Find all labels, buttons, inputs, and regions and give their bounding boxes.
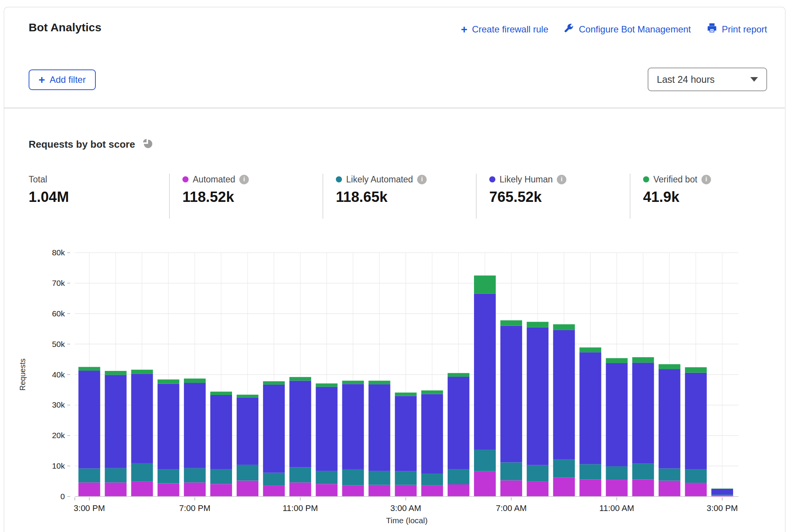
bar-segment-automated[interactable] xyxy=(632,479,654,497)
bar-segment-automated[interactable] xyxy=(210,484,232,497)
bar-segment-automated[interactable] xyxy=(659,481,680,497)
bar-segment-likely-human[interactable] xyxy=(395,396,417,471)
bar-segment-likely-human[interactable] xyxy=(421,394,443,474)
bar-segment-automated[interactable] xyxy=(158,484,179,497)
bar-segment-likely-automated[interactable] xyxy=(448,469,469,484)
bar-segment-automated[interactable] xyxy=(184,482,206,497)
bar-segment-verified-bot[interactable] xyxy=(579,347,601,352)
bar-segment-verified-bot[interactable] xyxy=(289,377,311,381)
bar-segment-likely-human[interactable] xyxy=(237,397,258,465)
print-report-link[interactable]: Print report xyxy=(707,23,767,35)
bar-segment-verified-bot[interactable] xyxy=(553,324,575,330)
bar-segment-likely-human[interactable] xyxy=(685,373,707,469)
bar-segment-automated[interactable] xyxy=(421,485,443,497)
bar-segment-likely-human[interactable] xyxy=(79,371,100,468)
info-icon[interactable]: i xyxy=(417,175,427,184)
bar-segment-automated[interactable] xyxy=(606,480,628,497)
bar-segment-automated[interactable] xyxy=(395,485,417,497)
bar-segment-likely-automated[interactable] xyxy=(105,468,127,483)
bar-segment-verified-bot[interactable] xyxy=(659,364,680,369)
bar-segment-likely-automated[interactable] xyxy=(237,465,258,481)
bar-segment-likely-human[interactable] xyxy=(131,374,153,463)
bar-segment-likely-automated[interactable] xyxy=(131,463,153,482)
bar-segment-likely-human[interactable] xyxy=(342,384,364,469)
bar-segment-likely-automated[interactable] xyxy=(421,474,443,485)
bar-segment-verified-bot[interactable] xyxy=(474,276,496,294)
bar-segment-likely-automated[interactable] xyxy=(184,468,206,483)
bar-segment-verified-bot[interactable] xyxy=(184,379,206,383)
bar-segment-likely-automated[interactable] xyxy=(342,469,364,485)
bar-segment-verified-bot[interactable] xyxy=(316,384,337,387)
bar-segment-verified-bot[interactable] xyxy=(448,373,469,377)
bar-segment-likely-automated[interactable] xyxy=(500,463,522,480)
bar-segment-likely-human[interactable] xyxy=(474,294,496,450)
bar-segment-likely-human[interactable] xyxy=(210,395,232,469)
bar-segment-verified-bot[interactable] xyxy=(632,357,654,363)
bar-segment-verified-bot[interactable] xyxy=(606,358,628,363)
bar-segment-likely-automated[interactable] xyxy=(316,471,337,484)
create-firewall-rule-link[interactable]: + Create firewall rule xyxy=(461,24,548,35)
bar-segment-automated[interactable] xyxy=(131,482,153,497)
bar-segment-verified-bot[interactable] xyxy=(395,393,417,396)
bar-segment-verified-bot[interactable] xyxy=(500,320,522,326)
bar-segment-automated[interactable] xyxy=(79,482,100,497)
bar-segment-likely-automated[interactable] xyxy=(632,464,654,480)
bar-segment-likely-human[interactable] xyxy=(579,352,601,464)
bar-segment-likely-automated[interactable] xyxy=(210,469,232,484)
info-icon[interactable]: i xyxy=(701,175,711,184)
bar-segment-automated[interactable] xyxy=(316,484,337,497)
bar-segment-verified-bot[interactable] xyxy=(210,392,232,395)
bar-segment-likely-human[interactable] xyxy=(448,377,469,469)
bar-segment-automated[interactable] xyxy=(263,485,285,497)
bar-segment-likely-automated[interactable] xyxy=(711,495,733,495)
bar-segment-verified-bot[interactable] xyxy=(79,367,100,371)
bar-segment-likely-automated[interactable] xyxy=(158,469,179,484)
bar-segment-automated[interactable] xyxy=(579,479,601,497)
bar-segment-likely-automated[interactable] xyxy=(553,459,575,477)
bar-segment-automated[interactable] xyxy=(237,481,258,497)
add-filter-button[interactable]: + Add filter xyxy=(29,69,96,90)
bar-segment-verified-bot[interactable] xyxy=(369,381,390,385)
bar-segment-verified-bot[interactable] xyxy=(685,367,707,372)
bar-segment-automated[interactable] xyxy=(105,482,127,497)
bar-segment-likely-human[interactable] xyxy=(553,330,575,460)
bar-segment-automated[interactable] xyxy=(553,478,575,497)
bar-segment-likely-automated[interactable] xyxy=(527,465,548,482)
bar-segment-verified-bot[interactable] xyxy=(527,322,548,327)
bar-segment-verified-bot[interactable] xyxy=(237,395,258,397)
bar-segment-verified-bot[interactable] xyxy=(263,381,285,385)
bar-segment-automated[interactable] xyxy=(685,483,707,497)
time-range-select[interactable]: Last 24 hours xyxy=(648,68,767,91)
info-icon[interactable]: i xyxy=(557,175,566,184)
bar-segment-likely-automated[interactable] xyxy=(369,471,390,485)
bar-segment-automated[interactable] xyxy=(448,484,469,497)
bar-segment-automated[interactable] xyxy=(289,482,311,497)
bar-segment-likely-human[interactable] xyxy=(316,387,337,471)
bar-segment-verified-bot[interactable] xyxy=(421,390,443,394)
bar-segment-likely-human[interactable] xyxy=(184,383,206,468)
bar-segment-automated[interactable] xyxy=(342,485,364,497)
bar-segment-likely-human[interactable] xyxy=(659,369,680,468)
bar-segment-likely-automated[interactable] xyxy=(263,473,285,486)
bar-segment-likely-human[interactable] xyxy=(105,375,127,468)
bar-segment-likely-human[interactable] xyxy=(500,326,522,463)
bar-segment-automated[interactable] xyxy=(369,485,390,497)
bar-segment-likely-human[interactable] xyxy=(263,385,285,473)
bar-segment-likely-human[interactable] xyxy=(369,384,390,471)
bar-segment-likely-automated[interactable] xyxy=(474,450,496,471)
bar-segment-likely-human[interactable] xyxy=(527,327,548,465)
configure-bot-management-link[interactable]: Configure Bot Management xyxy=(564,23,691,35)
bar-segment-automated[interactable] xyxy=(527,482,548,497)
bar-segment-verified-bot[interactable] xyxy=(158,379,179,384)
bar-segment-likely-automated[interactable] xyxy=(79,469,100,483)
bar-segment-likely-automated[interactable] xyxy=(606,466,628,480)
bar-segment-likely-human[interactable] xyxy=(711,489,733,495)
bar-segment-automated[interactable] xyxy=(500,480,522,497)
bar-segment-likely-human[interactable] xyxy=(158,384,179,469)
bar-segment-likely-automated[interactable] xyxy=(659,469,680,481)
bar-segment-likely-automated[interactable] xyxy=(395,471,417,485)
bar-segment-verified-bot[interactable] xyxy=(131,370,153,374)
bar-segment-verified-bot[interactable] xyxy=(342,381,364,384)
bar-segment-likely-human[interactable] xyxy=(606,363,628,466)
bar-segment-automated[interactable] xyxy=(474,471,496,497)
